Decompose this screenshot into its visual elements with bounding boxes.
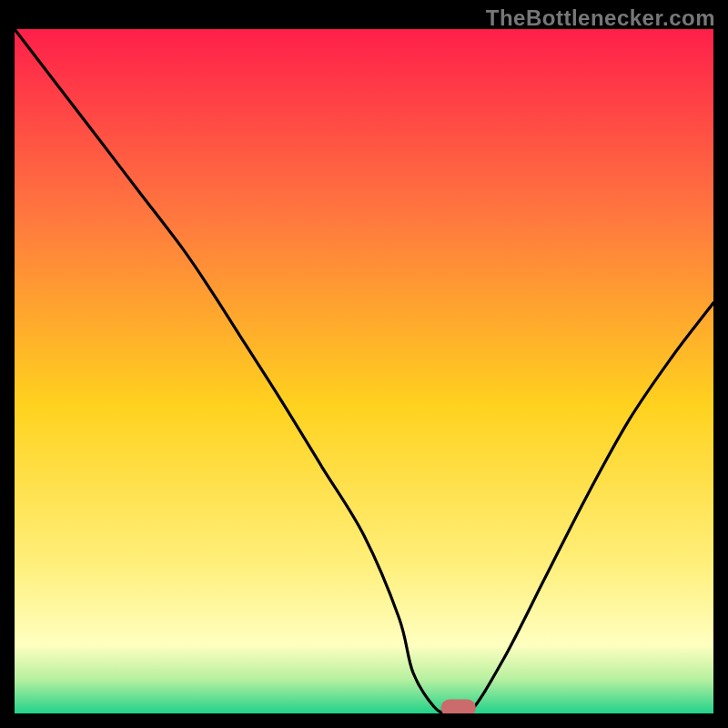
gradient-background <box>15 29 713 713</box>
plot-area <box>15 29 713 713</box>
chart-frame: TheBottlenecker.com <box>0 0 728 728</box>
optimum-marker <box>441 700 476 713</box>
chart-svg <box>15 29 713 713</box>
watermark-text: TheBottlenecker.com <box>486 5 715 31</box>
